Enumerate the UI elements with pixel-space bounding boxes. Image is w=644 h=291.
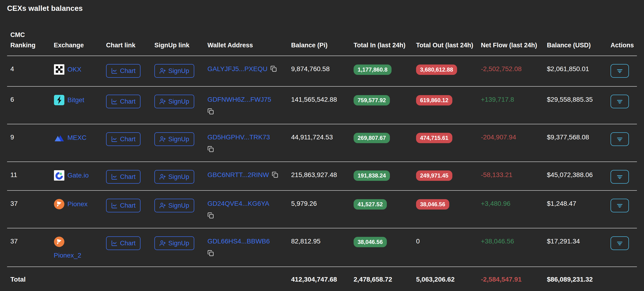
total-balance-pi: 412,304,747.68 xyxy=(291,267,354,291)
filter-icon xyxy=(616,98,623,105)
net-flow-value: -58,133.21 xyxy=(481,171,512,178)
exchange-link-bitget[interactable]: Bitget xyxy=(54,95,84,105)
total-in-badge: 269,807.67 xyxy=(354,133,390,143)
chart-link-button[interactable]: Chart xyxy=(106,236,140,250)
exchange-link-pionex[interactable]: Pionex xyxy=(54,199,88,210)
row-actions-button[interactable] xyxy=(610,132,629,146)
copy-address-button[interactable] xyxy=(208,212,214,219)
chart-button-label: Chart xyxy=(120,136,136,143)
signup-link-button[interactable]: SignUp xyxy=(154,170,194,184)
pionex-logo-icon xyxy=(54,199,64,210)
total-out-badge: 474,715.61 xyxy=(416,133,452,143)
exchange-link-mexc[interactable]: MEXC xyxy=(54,132,86,143)
row-actions-button[interactable] xyxy=(610,95,629,108)
signup-link-button[interactable]: SignUp xyxy=(154,132,194,146)
copy-address-button[interactable] xyxy=(270,65,277,72)
exchange-name: Pionex xyxy=(68,199,88,209)
total-out-badge: 3,680,612.88 xyxy=(416,64,457,75)
row-actions-button[interactable] xyxy=(610,170,629,184)
bitget-logo-icon xyxy=(54,95,64,105)
balance-usd-value: $1,248.47 xyxy=(547,191,610,228)
col-header-balance-pi: Balance (Pi) xyxy=(291,21,354,56)
cmc-rank: 6 xyxy=(7,86,54,124)
chart-button-label: Chart xyxy=(120,240,136,247)
table-row-mexc: 9 MEXC Chart xyxy=(7,124,637,162)
cmc-rank: 4 xyxy=(7,56,54,86)
exchange-link-pionex2[interactable]: Pionex_2 xyxy=(54,236,81,260)
copy-address-button[interactable] xyxy=(208,250,214,257)
col-header-balance-usd: Balance (USD) xyxy=(547,21,610,56)
col-header-wallet-address: Wallet Address xyxy=(208,21,291,56)
user-plus-icon xyxy=(159,202,166,209)
balance-usd-value: $17,291.34 xyxy=(547,228,610,267)
wallet-address-link[interactable]: GALYJFJ5...PXEQU xyxy=(208,65,268,72)
total-out-badge: 249,971.45 xyxy=(416,170,452,181)
filter-icon xyxy=(616,173,623,180)
row-actions-button[interactable] xyxy=(610,64,629,78)
total-out-badge: 38,046.56 xyxy=(416,199,449,210)
cex-balances-table: CMC Ranking Exchange Chart link SignUp l… xyxy=(7,21,637,291)
signup-button-label: SignUp xyxy=(168,202,189,209)
row-actions-button[interactable] xyxy=(610,199,629,212)
copy-icon xyxy=(270,65,277,72)
wallet-address-link[interactable]: GDFNWH6Z...FWJ75 xyxy=(208,96,271,103)
filter-icon xyxy=(616,67,623,74)
signup-button-label: SignUp xyxy=(168,98,189,105)
chart-button-label: Chart xyxy=(120,98,136,105)
copy-address-button[interactable] xyxy=(208,108,214,115)
balance-pi-value: 9,874,760.58 xyxy=(291,56,354,86)
line-chart-icon xyxy=(111,68,118,74)
total-out-value: 0 xyxy=(416,238,420,245)
row-actions-button[interactable] xyxy=(610,236,629,250)
copy-address-button[interactable] xyxy=(272,171,278,178)
gateio-logo-icon xyxy=(54,170,64,181)
wallet-address-cell: GBC6NRTT...2RINW xyxy=(208,170,286,180)
user-plus-icon xyxy=(159,68,166,74)
wallet-address-link[interactable]: GDL66HS4...BBWB6 xyxy=(208,238,270,245)
chart-link-button[interactable]: Chart xyxy=(106,132,140,146)
chart-button-label: Chart xyxy=(120,202,136,209)
exchange-name: Gate.io xyxy=(68,170,89,180)
copy-address-button[interactable] xyxy=(208,145,214,153)
line-chart-icon xyxy=(111,240,118,247)
table-row-gateio: 11 Gate.io Chart xyxy=(7,162,637,191)
signup-link-button[interactable]: SignUp xyxy=(154,64,194,78)
total-balance-usd: $86,089,231.32 xyxy=(547,267,610,291)
balance-pi-value: 141,565,542.88 xyxy=(291,86,354,124)
chart-link-button[interactable]: Chart xyxy=(106,95,140,108)
line-chart-icon xyxy=(111,174,118,180)
chart-link-button[interactable]: Chart xyxy=(106,170,140,184)
col-header-actions: Actions xyxy=(610,21,637,56)
signup-button-label: SignUp xyxy=(168,173,189,181)
user-plus-icon xyxy=(159,240,166,247)
exchange-name: Pionex_2 xyxy=(54,251,81,260)
filter-icon xyxy=(616,136,623,143)
line-chart-icon xyxy=(111,202,118,209)
wallet-address-link[interactable]: GBC6NRTT...2RINW xyxy=(208,171,269,178)
total-in-badge: 1,177,860.8 xyxy=(354,64,392,75)
exchange-link-gateio[interactable]: Gate.io xyxy=(54,170,89,181)
net-flow-value: -204,907.94 xyxy=(481,133,516,141)
signup-link-button[interactable]: SignUp xyxy=(154,95,194,108)
chart-link-button[interactable]: Chart xyxy=(106,199,140,212)
balance-pi-value: 44,911,724.53 xyxy=(291,124,354,162)
wallet-address-link[interactable]: GD5HGPHV...TRK73 xyxy=(208,133,270,141)
exchange-link-okx[interactable]: OKX xyxy=(54,64,81,75)
signup-link-button[interactable]: SignUp xyxy=(154,236,194,250)
wallet-address-cell: GALYJFJ5...PXEQU xyxy=(208,64,286,74)
user-plus-icon xyxy=(159,136,166,142)
balance-pi-value: 215,863,927.48 xyxy=(291,162,354,191)
wallet-address-cell: GDFNWH6Z...FWJ75 xyxy=(208,95,286,115)
total-row: Total 412,304,747.68 2,478,658.72 5,063,… xyxy=(7,267,637,291)
wallet-address-link[interactable]: GD24QVE4...KG6YA xyxy=(208,200,270,207)
col-header-chart-link: Chart link xyxy=(106,21,154,56)
signup-link-button[interactable]: SignUp xyxy=(154,199,194,212)
col-header-net-flow: Net Flow (last 24h) xyxy=(481,21,547,56)
cmc-rank: 9 xyxy=(7,124,54,162)
chart-link-button[interactable]: Chart xyxy=(106,64,140,78)
balance-usd-value: $9,377,568.08 xyxy=(547,124,610,162)
balance-pi-value: 5,979.26 xyxy=(291,191,354,228)
header-row: CMC Ranking Exchange Chart link SignUp l… xyxy=(7,21,637,56)
user-plus-icon xyxy=(159,98,166,105)
copy-icon xyxy=(272,171,278,178)
